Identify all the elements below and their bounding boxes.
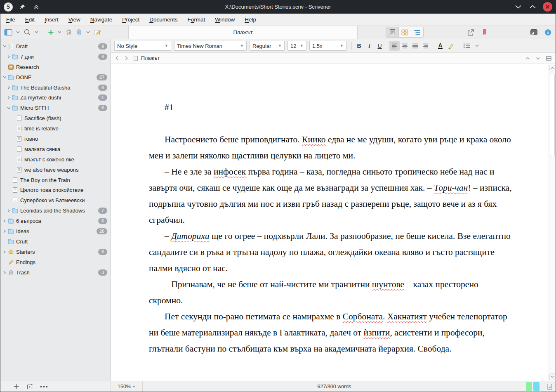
document-tab[interactable]: Плажът <box>128 26 358 39</box>
tree-chevron-collapsed-icon[interactable] <box>6 209 12 213</box>
tree-chevron-collapsed-icon[interactable] <box>2 271 7 274</box>
menu-navigate[interactable]: Navigate <box>85 15 117 24</box>
binder-item[interactable]: Starters3 <box>0 247 111 257</box>
move-to-trash-icon[interactable] <box>64 28 73 37</box>
style-dropdown[interactable]: No Style▼ <box>114 41 171 51</box>
tree-chevron-collapsed-icon[interactable] <box>6 86 12 90</box>
binder-item[interactable]: Research <box>0 62 111 72</box>
close-button[interactable] <box>543 2 552 12</box>
line-spacing-dropdown[interactable]: 1.5x▼ <box>309 41 346 51</box>
binder-item[interactable]: Draft9 <box>0 41 111 52</box>
search-icon[interactable] <box>23 28 32 37</box>
align-left-button[interactable] <box>389 41 400 51</box>
document-text[interactable]: #1Настроението беше приповдигнато. Киико… <box>149 64 512 357</box>
binder-item[interactable]: мъжът с кожено яке <box>0 154 111 165</box>
binder-item[interactable]: Micro SFFH6 <box>0 103 111 113</box>
document-target-chip[interactable] <box>533 382 540 391</box>
italic-button[interactable]: I <box>364 41 375 51</box>
menu-project[interactable]: Project <box>117 15 144 24</box>
menu-insert[interactable]: Insert <box>40 15 64 24</box>
tree-chevron-collapsed-icon[interactable] <box>2 250 7 254</box>
share-icon[interactable] <box>466 28 476 37</box>
scroll-down-icon[interactable] <box>549 373 555 380</box>
split-editor-icon[interactable] <box>545 55 552 61</box>
next-document-icon[interactable] <box>535 56 541 61</box>
font-size-dropdown[interactable]: 12▼ <box>287 41 306 51</box>
font-weight-dropdown[interactable]: Regular▼ <box>250 41 285 51</box>
compose-icon[interactable] <box>93 28 102 37</box>
collapse-all-icon[interactable] <box>32 3 40 11</box>
align-right-button[interactable] <box>420 41 431 51</box>
tree-chevron-collapsed-icon[interactable] <box>2 229 7 233</box>
binder-item[interactable]: Sacrifice (flash) <box>0 113 111 123</box>
binder-item[interactable]: Супербоко vs Батмеевски <box>0 195 111 205</box>
binder-toggle-icon[interactable] <box>3 28 13 37</box>
word-count[interactable]: 627/300 words <box>143 384 526 390</box>
minimize-button[interactable] <box>514 4 523 10</box>
editor-scrollbar[interactable] <box>549 64 556 381</box>
session-target-chip[interactable] <box>526 382 532 391</box>
binder-more-icon[interactable]: ••• <box>40 385 49 389</box>
bold-button[interactable]: B <box>354 41 364 51</box>
add-dropdown-chevron-icon[interactable] <box>57 30 62 34</box>
history-forward-icon[interactable] <box>124 55 129 61</box>
add-document-icon[interactable] <box>13 383 20 390</box>
menu-view[interactable]: View <box>64 15 85 24</box>
tree-chevron-expanded-icon[interactable] <box>2 45 7 48</box>
tree-chevron-collapsed-icon[interactable] <box>6 96 12 99</box>
maximize-button[interactable] <box>528 4 537 10</box>
list-dropdown-chevron-icon[interactable] <box>474 41 480 51</box>
view-mode-corkboard-button[interactable] <box>398 27 411 37</box>
underline-button[interactable]: U <box>375 41 385 51</box>
search-dropdown-chevron-icon[interactable] <box>34 30 39 34</box>
list-button[interactable] <box>460 41 474 51</box>
binder-item[interactable]: The Boy on the Train <box>0 175 111 185</box>
add-item-icon[interactable] <box>47 28 55 36</box>
binder-item[interactable]: 7 дни8 <box>0 52 111 62</box>
document-target-check-icon[interactable] <box>546 383 554 391</box>
tree-chevron-expanded-icon[interactable] <box>6 106 12 110</box>
history-back-icon[interactable] <box>114 55 120 61</box>
menu-format[interactable]: Format <box>182 15 210 24</box>
binder-item[interactable]: DONE27 <box>0 72 111 83</box>
tree-chevron-collapsed-icon[interactable] <box>6 55 12 59</box>
menu-documents[interactable]: Documents <box>144 15 182 24</box>
binder-item[interactable]: 6 въпроса6 <box>0 216 111 226</box>
view-mode-outline-button[interactable] <box>411 27 423 37</box>
previous-document-icon[interactable] <box>525 56 531 61</box>
binder-item[interactable]: говно <box>0 134 111 144</box>
attach-dropdown-chevron-icon[interactable] <box>85 30 91 34</box>
text-color-button[interactable]: A <box>435 41 445 51</box>
add-folder-icon[interactable] <box>26 383 34 390</box>
inspector-info-icon[interactable] <box>544 28 552 37</box>
editor-content[interactable]: #1Настроението беше приповдигнато. Киико… <box>111 64 556 381</box>
attach-icon[interactable] <box>75 28 83 37</box>
align-justify-button[interactable] <box>410 41 420 51</box>
binder-item[interactable]: Cruft <box>0 236 111 247</box>
menu-file[interactable]: File <box>1 15 20 24</box>
binder-item[interactable]: we also have weapons <box>0 165 111 175</box>
menu-window[interactable]: Window <box>210 15 240 24</box>
scroll-up-icon[interactable] <box>549 65 555 71</box>
tree-chevron-expanded-icon[interactable] <box>2 76 7 79</box>
tree-chevron-collapsed-icon[interactable] <box>2 219 7 223</box>
binder-item[interactable]: Endings <box>0 257 111 267</box>
binder-item[interactable]: Za myrtvite dushi1 <box>0 92 111 103</box>
font-dropdown[interactable]: Times New Roman▼ <box>174 41 247 51</box>
binder-item[interactable]: time is relative <box>0 123 111 134</box>
menu-edit[interactable]: Edit <box>20 15 40 24</box>
scrollbar-thumb[interactable] <box>550 73 555 157</box>
binder-item[interactable]: Ideas20 <box>0 226 111 236</box>
compile-icon[interactable] <box>529 28 539 36</box>
binder-item[interactable]: Цялото това спокойствие <box>0 185 111 195</box>
binder-item[interactable]: Trash3 <box>0 267 111 278</box>
menu-help[interactable]: Help <box>240 15 261 24</box>
highlight-button[interactable] <box>445 41 456 51</box>
binder-dropdown-chevron-icon[interactable] <box>15 30 21 34</box>
binder-item[interactable]: малката сянка <box>0 144 111 154</box>
view-mode-document-button[interactable] <box>386 27 398 37</box>
align-center-button[interactable] <box>400 41 410 51</box>
zoom-control[interactable]: 150% <box>111 381 143 392</box>
bookmark-icon[interactable] <box>481 28 488 36</box>
binder-item[interactable]: Leonidas and the Shadows7 <box>0 205 111 216</box>
